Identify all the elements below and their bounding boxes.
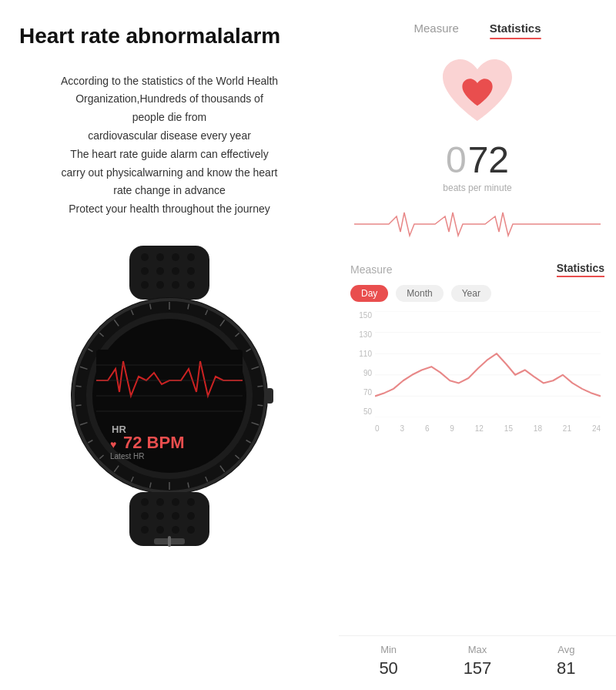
svg-point-7 xyxy=(172,267,179,275)
svg-point-73 xyxy=(172,512,179,520)
heart-inner-icon xyxy=(459,77,496,111)
svg-point-74 xyxy=(187,512,195,520)
stat-min: Min 50 xyxy=(379,644,397,678)
svg-point-68 xyxy=(156,498,164,506)
page-title: Heart rate abnormalalarm xyxy=(19,23,320,49)
filter-month[interactable]: Month xyxy=(396,285,443,302)
svg-point-11 xyxy=(172,281,179,289)
x-label-21: 21 xyxy=(563,424,571,433)
x-label-15: 15 xyxy=(504,424,513,433)
svg-text:72 BPM: 72 BPM xyxy=(123,433,184,452)
stats-statistics-label[interactable]: Statistics xyxy=(557,262,604,277)
x-label-0: 0 xyxy=(375,424,380,433)
stats-nav: Measure Statistics xyxy=(350,262,604,277)
y-label-150: 150 xyxy=(350,311,372,320)
stat-max: Max 157 xyxy=(464,644,492,678)
svg-rect-80 xyxy=(168,536,171,547)
bpm-display: 0 72 xyxy=(446,139,509,181)
right-panel: 7:58 PM ...3.98K/s Bluetooth; 4G ▮ Measu… xyxy=(339,0,616,690)
filter-year[interactable]: Year xyxy=(451,285,491,302)
tab-statistics[interactable]: Statistics xyxy=(490,22,541,38)
description-text: According to the statistics of the World… xyxy=(19,72,320,219)
svg-point-72 xyxy=(156,512,164,520)
svg-point-6 xyxy=(156,267,164,275)
svg-line-38 xyxy=(76,386,82,387)
svg-point-71 xyxy=(141,512,149,520)
svg-point-4 xyxy=(187,253,195,261)
svg-point-75 xyxy=(141,526,149,534)
chart-area xyxy=(375,311,601,417)
bpm-label: beats per minute xyxy=(443,183,511,193)
ecg-section xyxy=(339,197,616,254)
x-label-9: 9 xyxy=(450,424,454,433)
min-value: 50 xyxy=(379,658,397,678)
chart-y-labels: 150 130 110 90 70 50 xyxy=(350,310,372,417)
svg-point-69 xyxy=(172,498,179,506)
max-label: Max xyxy=(468,644,487,655)
time-filter: Day Month Year xyxy=(350,285,604,302)
filter-day[interactable]: Day xyxy=(350,285,388,302)
x-label-6: 6 xyxy=(425,424,430,433)
svg-point-76 xyxy=(156,526,164,534)
svg-point-1 xyxy=(141,253,149,261)
svg-text:♥: ♥ xyxy=(110,438,116,451)
stat-avg: Avg 81 xyxy=(557,644,575,678)
stats-section: Measure Statistics Day Month Year 150 13… xyxy=(339,254,616,635)
y-label-50: 50 xyxy=(350,407,372,416)
svg-point-8 xyxy=(187,267,195,275)
avg-label: Avg xyxy=(557,644,574,655)
svg-point-3 xyxy=(172,253,179,261)
min-label: Min xyxy=(380,644,397,655)
app-nav: Measure Statistics xyxy=(339,0,616,44)
chart-x-labels: 0 3 6 9 12 15 18 21 24 xyxy=(375,424,601,433)
svg-point-67 xyxy=(141,498,149,506)
x-label-12: 12 xyxy=(475,424,484,433)
left-panel: Heart rate abnormalalarm According to th… xyxy=(0,0,339,690)
watch-illustration: 60 55 50 45 40 30 25 20 15 HR ♥ xyxy=(46,242,293,550)
tab-measure[interactable]: Measure xyxy=(413,22,458,38)
svg-line-23 xyxy=(257,405,263,406)
svg-point-12 xyxy=(187,281,195,289)
y-label-110: 110 xyxy=(350,350,372,358)
svg-line-37 xyxy=(76,405,82,406)
x-label-24: 24 xyxy=(592,424,601,433)
svg-rect-65 xyxy=(266,388,273,404)
svg-point-78 xyxy=(187,526,195,534)
svg-line-22 xyxy=(257,386,263,387)
ecg-chart xyxy=(350,205,604,243)
stats-measure-label[interactable]: Measure xyxy=(350,263,392,276)
x-label-3: 3 xyxy=(400,424,404,433)
bpm-value: 72 xyxy=(468,139,509,181)
stats-bottom: Min 50 Max 157 Avg 81 xyxy=(339,635,616,690)
heart-section: 0 72 beats per minute xyxy=(339,44,616,197)
y-label-70: 70 xyxy=(350,388,372,397)
heart-icon-wrapper xyxy=(435,55,520,132)
x-label-18: 18 xyxy=(534,424,542,433)
svg-point-10 xyxy=(156,281,164,289)
svg-point-77 xyxy=(172,526,179,534)
svg-point-5 xyxy=(141,267,149,275)
y-label-90: 90 xyxy=(350,369,372,377)
svg-point-2 xyxy=(156,253,164,261)
svg-point-9 xyxy=(141,281,149,289)
y-label-130: 130 xyxy=(350,330,372,339)
bpm-zero: 0 xyxy=(446,139,467,181)
line-chart xyxy=(375,311,601,417)
svg-text:Latest HR: Latest HR xyxy=(110,452,144,461)
avg-value: 81 xyxy=(557,658,575,678)
svg-point-70 xyxy=(187,498,195,506)
max-value: 157 xyxy=(464,658,492,678)
chart-container: 150 130 110 90 70 50 xyxy=(350,310,604,433)
watch-image-container: 60 55 50 45 40 30 25 20 15 HR ♥ xyxy=(19,242,320,550)
